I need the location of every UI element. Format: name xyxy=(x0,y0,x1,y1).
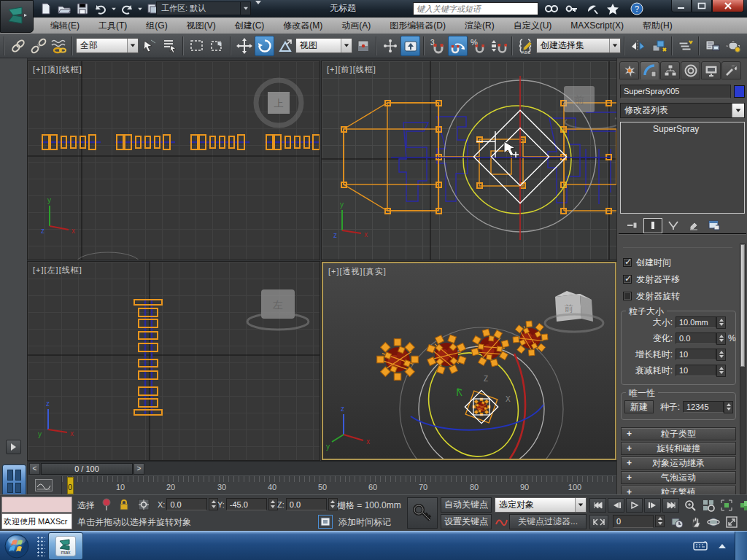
select-by-name-icon[interactable] xyxy=(160,36,179,56)
open-mini-curve-editor-icon[interactable] xyxy=(35,479,53,491)
isolate-selection-balloon-icon[interactable] xyxy=(101,498,112,513)
new-file-button[interactable] xyxy=(38,1,54,16)
bind-to-space-warp-icon[interactable] xyxy=(49,36,69,56)
search-icon[interactable] xyxy=(543,1,560,16)
tab-create-icon[interactable] xyxy=(619,61,639,79)
select-object-icon[interactable] xyxy=(139,36,159,56)
orbit-icon[interactable] xyxy=(705,515,721,529)
unlink-selection-icon[interactable] xyxy=(28,36,48,56)
key-filter-curve-icon[interactable] xyxy=(495,516,508,529)
selection-lock-icon[interactable] xyxy=(118,498,130,513)
seed-spinner[interactable] xyxy=(724,401,733,413)
key-mode-toggle-icon[interactable] xyxy=(589,515,608,529)
time-configuration-icon[interactable] xyxy=(668,515,685,529)
select-and-manipulate-icon[interactable] xyxy=(380,36,400,56)
help-icon[interactable]: ? xyxy=(629,1,646,16)
tab-hierarchy-icon[interactable] xyxy=(660,61,680,79)
grow-field[interactable] xyxy=(676,349,716,360)
named-selection-sets-icon[interactable]: ABC xyxy=(516,36,535,56)
menu-customize[interactable]: 自定义(U) xyxy=(504,18,562,34)
workspace-dropdown[interactable]: 工作区: 默认 xyxy=(156,1,251,15)
keyboard-shortcut-override-icon[interactable] xyxy=(400,36,420,56)
play-animation-icon[interactable] xyxy=(626,498,643,513)
set-keys-button[interactable] xyxy=(407,497,438,529)
maxscript-mini-listener-pink[interactable] xyxy=(1,497,72,513)
zoom-extents-all-icon[interactable] xyxy=(736,498,747,513)
variation-field[interactable] xyxy=(676,332,716,344)
viewport-top-label[interactable]: [+][顶][线框] xyxy=(33,64,82,75)
checkbox-emitter-rotation[interactable]: 发射器旋转 xyxy=(623,290,680,302)
viewport-left[interactable]: [+][左][线框] 左 xyxy=(28,262,320,460)
viewport-perspective-label[interactable]: [+][透视][真实] xyxy=(328,266,387,277)
go-to-start-icon[interactable] xyxy=(589,498,606,513)
expand-panel-arrow-icon[interactable] xyxy=(6,440,21,454)
z-coordinate-field[interactable] xyxy=(286,498,327,510)
zoom-icon[interactable] xyxy=(681,498,698,513)
application-menu-button[interactable] xyxy=(0,0,34,33)
set-key-button[interactable]: 设置关键点 xyxy=(441,514,492,529)
show-end-result-icon[interactable] xyxy=(643,218,662,233)
configure-modifier-sets-icon[interactable] xyxy=(705,218,724,233)
object-color-swatch[interactable] xyxy=(734,85,745,98)
taskbar-3dsmax-button[interactable]: max xyxy=(48,532,83,560)
reference-coordinate-dropdown[interactable]: 视图 xyxy=(295,38,352,53)
snap-toggle-3d-icon[interactable]: 3 xyxy=(427,36,447,56)
menu-create[interactable]: 创建(C) xyxy=(225,18,274,34)
go-to-end-icon[interactable] xyxy=(662,498,679,513)
maximize-button[interactable] xyxy=(692,0,712,12)
y-spinner[interactable] xyxy=(268,498,278,510)
add-time-tag-label[interactable]: 添加时间标记 xyxy=(338,516,391,529)
start-button[interactable] xyxy=(4,533,30,559)
input-method-keyboard-icon[interactable] xyxy=(691,538,710,554)
spinner-snap-toggle-icon[interactable] xyxy=(489,36,508,56)
rollout-particle-spawn[interactable]: + 粒子繁殖 xyxy=(621,486,736,494)
z-spinner[interactable] xyxy=(328,498,338,510)
menu-graph-editors[interactable]: 图形编辑器(D) xyxy=(380,18,455,34)
previous-frame-button[interactable]: < xyxy=(29,463,40,475)
window-crossing-icon[interactable] xyxy=(207,36,227,56)
angle-snap-toggle-icon[interactable] xyxy=(448,36,468,56)
menu-maxscript[interactable]: MAXScript(X) xyxy=(561,18,633,34)
new-seed-button[interactable]: 新建 xyxy=(624,400,654,413)
workspace-flyout-arrow[interactable] xyxy=(255,4,261,15)
pan-view-icon[interactable] xyxy=(686,515,703,529)
undo-dropdown-arrow[interactable] xyxy=(112,7,116,10)
modifier-list-dropdown[interactable]: 修改器列表 xyxy=(620,103,745,118)
track-bar[interactable]: 0 10 20 30 40 50 60 70 80 90 100 xyxy=(28,475,616,494)
named-selection-set-combo[interactable]: 创建选择集 xyxy=(536,38,621,53)
key-filters-button[interactable]: 关键点过滤器... xyxy=(509,514,587,529)
rollout-bubble-motion[interactable]: + 气泡运动 xyxy=(621,471,736,484)
remove-modifier-icon[interactable] xyxy=(684,218,703,233)
previous-frame-icon[interactable] xyxy=(608,498,624,513)
tab-utilities-icon[interactable] xyxy=(721,61,741,79)
rectangular-selection-region-icon[interactable] xyxy=(187,36,206,56)
render-production-icon[interactable] xyxy=(723,36,743,56)
pin-stack-icon[interactable] xyxy=(623,218,642,233)
close-button[interactable] xyxy=(712,0,744,12)
seed-field[interactable] xyxy=(683,401,724,413)
minimize-button[interactable] xyxy=(671,0,692,12)
zoom-all-icon[interactable] xyxy=(700,498,716,513)
checkbox-create-time[interactable]: 创建时间 xyxy=(623,257,671,268)
show-hidden-icons-arrow[interactable] xyxy=(719,544,726,548)
menu-rendering[interactable]: 渲染(R) xyxy=(455,18,504,34)
emitter-selected[interactable] xyxy=(465,390,498,423)
menu-tools[interactable]: 工具(T) xyxy=(89,18,136,34)
select-and-move-icon[interactable] xyxy=(234,36,254,56)
select-and-scale-icon[interactable] xyxy=(275,36,295,56)
auto-key-button[interactable]: 自动关键点 xyxy=(441,497,492,513)
show-desktop-button[interactable] xyxy=(735,532,747,560)
tab-motion-icon[interactable] xyxy=(681,61,700,79)
zoom-extents-icon[interactable] xyxy=(718,498,735,513)
viewport-left-label[interactable]: [+][左][线框] xyxy=(33,265,82,276)
save-file-button[interactable] xyxy=(74,1,90,16)
align-icon[interactable] xyxy=(649,36,668,56)
next-frame-icon[interactable] xyxy=(644,498,661,513)
use-pivot-point-center-icon[interactable] xyxy=(353,36,373,56)
checkbox-icon[interactable] xyxy=(623,275,632,284)
tab-modify-icon[interactable] xyxy=(640,61,659,79)
time-slider-handle[interactable]: 0 / 100 xyxy=(41,463,133,475)
rollout-rotation-collision[interactable]: + 旋转和碰撞 xyxy=(621,442,736,455)
select-and-rotate-icon[interactable] xyxy=(255,36,274,56)
redo-dropdown-arrow[interactable] xyxy=(138,7,142,10)
